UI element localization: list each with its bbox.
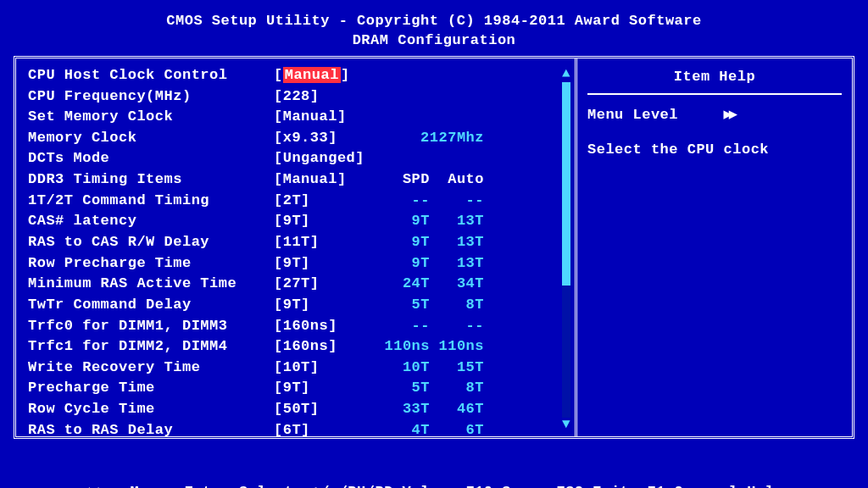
setting-label: Trfc0 for DIMM1, DIMM3	[28, 316, 274, 337]
setting-value[interactable]: [Manual]	[274, 107, 367, 128]
setting-label: Trfc1 for DIMM2, DIMM4	[28, 336, 274, 358]
title-line-1: CMOS Setup Utility - Copyright (C) 1984-…	[0, 12, 868, 31]
setting-spd-col: 5T	[367, 295, 430, 316]
scrollbar[interactable]: ▲ ▼	[561, 67, 571, 431]
setting-auto-col: 6T	[430, 420, 484, 436]
setting-value[interactable]: [10T]	[274, 358, 367, 379]
setting-row[interactable]: 1T/2T Command Timing[2T]----	[28, 191, 575, 212]
setting-auto-col: 8T	[430, 295, 484, 316]
setting-label: Set Memory Clock	[28, 107, 274, 128]
setting-value[interactable]: [2T]	[274, 191, 367, 212]
setting-value[interactable]: [Manual]	[274, 65, 367, 86]
scroll-track-rest	[562, 286, 570, 418]
setting-row[interactable]: TwTr Command Delay[9T]5T8T	[28, 295, 575, 316]
setting-auto-col: 110ns	[430, 336, 484, 358]
setting-value[interactable]: [x9.33]	[274, 128, 367, 149]
menu-level-arrows-icon: ▶▶	[724, 107, 734, 123]
setting-value[interactable]: [Manual]	[274, 169, 367, 191]
setting-label: RAS to RAS Delay	[28, 420, 274, 436]
setting-row[interactable]: RAS to RAS Delay[6T]4T6T	[28, 420, 575, 436]
menu-level: Menu Level ▶▶	[587, 105, 842, 123]
setting-label: CPU Frequency(MHz)	[28, 86, 274, 108]
scroll-thumb[interactable]	[562, 82, 570, 286]
setting-spd-col: 110ns	[367, 336, 430, 358]
setting-label: Memory Clock	[28, 128, 274, 149]
setting-row[interactable]: Write Recovery Time[10T]10T15T	[28, 358, 575, 379]
setting-value[interactable]: [160ns]	[274, 336, 367, 358]
setting-value[interactable]: [160ns]	[274, 316, 367, 337]
setting-value[interactable]: [9T]	[274, 253, 367, 274]
setting-auto-col	[430, 148, 484, 169]
setting-value[interactable]: [9T]	[274, 211, 367, 232]
setting-auto-col	[430, 107, 484, 128]
setting-label: DCTs Mode	[28, 148, 274, 169]
setting-spd-col: 10T	[367, 358, 430, 379]
setting-row[interactable]: Minimum RAS Active Time[27T]24T34T	[28, 274, 575, 295]
setting-auto-col: 8T	[430, 378, 484, 399]
setting-row[interactable]: CPU Host Clock Control[Manual]	[28, 65, 575, 86]
setting-auto-col: Auto	[430, 169, 484, 191]
setting-auto-col: --	[430, 191, 484, 212]
main-area: CPU Host Clock Control[Manual]CPU Freque…	[14, 56, 854, 439]
setting-label: Write Recovery Time	[28, 358, 274, 379]
scroll-down-icon[interactable]: ▼	[562, 418, 570, 431]
item-help-title: Item Help	[587, 65, 842, 95]
bios-screen: CMOS Setup Utility - Copyright (C) 1984-…	[0, 0, 868, 488]
setting-auto-col: 34T	[430, 274, 484, 295]
help-description: Select the CPU clock	[587, 141, 842, 158]
title-bar: CMOS Setup Utility - Copyright (C) 1984-…	[0, 0, 868, 56]
setting-label: Precharge Time	[28, 378, 274, 399]
setting-label: Row Precharge Time	[28, 253, 274, 274]
setting-label: DDR3 Timing Items	[28, 169, 274, 191]
setting-label: RAS to CAS R/W Delay	[28, 232, 274, 253]
setting-auto-col: 13T	[430, 253, 484, 274]
setting-auto-col: --	[430, 316, 484, 337]
setting-row[interactable]: DDR3 Timing Items[Manual]SPDAuto	[28, 169, 575, 191]
setting-auto-col: 15T	[430, 358, 484, 379]
setting-value[interactable]: [6T]	[274, 420, 367, 436]
title-line-2: DRAM Configuration	[0, 31, 868, 51]
setting-spd-col	[367, 107, 430, 128]
setting-value[interactable]: [9T]	[274, 295, 367, 316]
setting-spd-col: --	[367, 316, 430, 337]
setting-spd-col: 9T	[367, 232, 430, 253]
setting-spd-col: --	[367, 191, 430, 212]
menu-level-label: Menu Level	[587, 107, 678, 123]
scroll-up-icon[interactable]: ▲	[562, 67, 570, 80]
setting-row[interactable]: Trfc0 for DIMM1, DIMM3[160ns]----	[28, 316, 575, 337]
setting-row[interactable]: Memory Clock[x9.33]2127Mhz	[28, 128, 575, 149]
setting-auto-col	[430, 86, 484, 108]
setting-value[interactable]: [228]	[274, 86, 367, 108]
setting-label: TwTr Command Delay	[28, 295, 274, 316]
setting-extra: 2127Mhz	[367, 128, 484, 149]
setting-row[interactable]: CPU Frequency(MHz)[228]	[28, 86, 575, 108]
setting-row[interactable]: Precharge Time[9T]5T8T	[28, 378, 575, 399]
setting-spd-col: 24T	[367, 274, 430, 295]
setting-label: Minimum RAS Active Time	[28, 274, 274, 295]
selected-value-highlight[interactable]: Manual	[283, 67, 341, 83]
setting-spd-col: 5T	[367, 378, 430, 399]
setting-spd-col	[367, 86, 430, 108]
setting-label: CPU Host Clock Control	[28, 65, 274, 86]
setting-spd-col: 4T	[367, 420, 430, 436]
setting-row[interactable]: Trfc1 for DIMM2, DIMM4[160ns]110ns110ns	[28, 336, 575, 358]
setting-value[interactable]: [27T]	[274, 274, 367, 295]
setting-row[interactable]: CAS# latency[9T]9T13T	[28, 211, 575, 232]
setting-spd-col: 9T	[367, 253, 430, 274]
setting-auto-col: 46T	[430, 399, 484, 420]
setting-row[interactable]: Row Cycle Time[50T]33T46T	[28, 399, 575, 420]
setting-value[interactable]: [9T]	[274, 378, 367, 399]
setting-value[interactable]: [11T]	[274, 232, 367, 253]
setting-value[interactable]: [Unganged]	[274, 148, 367, 169]
setting-value[interactable]: [50T]	[274, 399, 367, 420]
setting-row[interactable]: DCTs Mode[Unganged]	[28, 148, 575, 169]
setting-spd-col	[367, 65, 430, 86]
footer-line-1: ↑↓←→:Move Enter:Select +/-/PU/PD:Value F…	[0, 483, 868, 488]
setting-row[interactable]: Set Memory Clock[Manual]	[28, 107, 575, 128]
help-panel: Item Help Menu Level ▶▶ Select the CPU c…	[577, 58, 852, 436]
setting-row[interactable]: Row Precharge Time[9T]9T13T	[28, 253, 575, 274]
setting-label: CAS# latency	[28, 211, 274, 232]
setting-auto-col: 13T	[430, 232, 484, 253]
setting-row[interactable]: RAS to CAS R/W Delay[11T]9T13T	[28, 232, 575, 253]
setting-spd-col: 9T	[367, 211, 430, 232]
